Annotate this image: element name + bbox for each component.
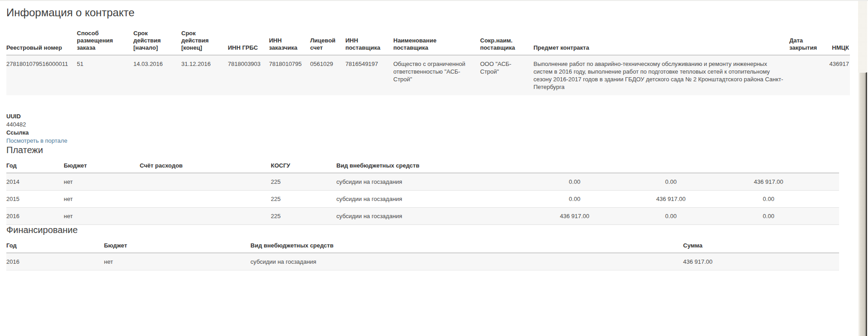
cell: субсидии на госзадания: [336, 173, 511, 191]
column-header: ИНН заказчика: [269, 29, 310, 55]
column-header: Реестровый номер: [6, 29, 77, 55]
scrollbar-thumb[interactable]: [858, 72, 867, 336]
page-content: Информация о контракте Реестровый номерС…: [0, 6, 868, 271]
cell: Выполнение работ по аварийно-техническом…: [533, 55, 789, 95]
link-label: Ссылка: [6, 129, 868, 137]
cell: 2781801079516000011: [6, 55, 77, 95]
cell: 0.00: [511, 173, 644, 191]
uuid-block: UUID 440482 Ссылка Посмотреть в портале: [6, 112, 868, 145]
cell: субсидии на госзадания: [336, 191, 511, 208]
column-header: НМЦК: [828, 29, 850, 55]
contract-table-body: 27818010795160000115114.03.201631.12.201…: [6, 55, 850, 95]
column-header: Срок действия [конец]: [181, 29, 228, 55]
payments-table: ГодБюджетСчёт расходовКОСГУВид внебюджет…: [6, 161, 839, 225]
cell: [140, 191, 271, 208]
table-row: 27818010795160000115114.03.201631.12.201…: [6, 55, 850, 95]
cell: нет: [64, 191, 140, 208]
vertical-scrollbar[interactable]: [858, 1, 867, 336]
cell: 0.00: [511, 191, 644, 208]
column-header: Бюджет: [64, 161, 140, 173]
cell: 2016: [6, 208, 64, 225]
cell: 225: [271, 208, 336, 225]
cell: 436 917.00: [703, 173, 839, 191]
column-header: ИНН поставщика: [345, 29, 393, 55]
cell: ООО "АСБ-Строй": [480, 55, 533, 95]
payments-table-body: 2014нет225субсидии на госзадания0.000.00…: [6, 173, 839, 225]
column-header: ИНН ГРБС: [228, 29, 269, 55]
cell: [789, 55, 828, 95]
cell: 7818003903: [228, 55, 269, 95]
cell: субсидии на госзадания: [336, 208, 511, 225]
cell: 51: [77, 55, 133, 95]
table-row: 2016нетсубсидии на госзадания436 917.00: [6, 253, 839, 271]
column-header: Сокр.наим. поставщика: [480, 29, 533, 55]
table-row: 2014нет225субсидии на госзадания0.000.00…: [6, 173, 839, 191]
column-header: Лицевой счет: [310, 29, 345, 55]
payments-table-header-row: ГодБюджетСчёт расходовКОСГУВид внебюджет…: [6, 161, 839, 173]
payments-section-title: Платежи: [6, 145, 868, 155]
table-row: 2016нет225субсидии на госзадания436 917.…: [6, 208, 839, 225]
column-header: [511, 161, 644, 173]
cell: 0561029: [310, 55, 345, 95]
cell: нет: [64, 208, 140, 225]
page-title: Информация о контракте: [6, 6, 868, 19]
cell: 7818010795: [269, 55, 310, 95]
column-header: Год: [6, 161, 64, 173]
contract-info-table: Реестровый номерСпособ размещения заказа…: [6, 29, 850, 95]
cell: 14.03.2016: [133, 55, 181, 95]
cell: 0.00: [703, 191, 839, 208]
financing-table-body: 2016нетсубсидии на госзадания436 917.00: [6, 253, 839, 271]
uuid-value: 440482: [6, 121, 868, 129]
column-header: Год: [6, 241, 104, 253]
cell: 0.00: [644, 208, 703, 225]
column-header: КОСГУ: [271, 161, 336, 173]
column-header: Наименование поставщика: [393, 29, 480, 55]
table-row: 2015нет225субсидии на госзадания0.00436 …: [6, 191, 839, 208]
cell: 2015: [6, 191, 64, 208]
column-header: Бюджет: [104, 241, 250, 253]
cell: 225: [271, 191, 336, 208]
column-header: Вид внебюджетных средств: [336, 161, 511, 173]
column-header: Дата закрытия: [789, 29, 828, 55]
cell: субсидии на госзадания: [250, 253, 683, 271]
cell: 436 917.00: [683, 253, 839, 271]
financing-table-header-row: ГодБюджетВид внебюджетных средствСумма: [6, 241, 839, 253]
cell: 2014: [6, 173, 64, 191]
column-header: Сумма: [683, 241, 839, 253]
cell: 31.12.2016: [181, 55, 228, 95]
cell: нет: [104, 253, 250, 271]
cell: Общество с ограниченной ответственностью…: [393, 55, 480, 95]
financing-table: ГодБюджетВид внебюджетных средствСумма 2…: [6, 241, 839, 271]
column-header: Счёт расходов: [140, 161, 271, 173]
portal-link[interactable]: Посмотреть в портале: [6, 137, 67, 144]
column-header: Способ размещения заказа: [77, 29, 133, 55]
cell: нет: [64, 173, 140, 191]
cell: 436 917.00: [511, 208, 644, 225]
column-header: [703, 161, 839, 173]
cell: 0.00: [644, 173, 703, 191]
column-header: Вид внебюджетных средств: [250, 241, 683, 253]
column-header: Срок действия [начало]: [133, 29, 181, 55]
uuid-label: UUID: [6, 112, 868, 121]
cell: [140, 173, 271, 191]
column-header: [644, 161, 703, 173]
cell: [140, 208, 271, 225]
cell: 2016: [6, 253, 104, 271]
cell: 436 917.00: [644, 191, 703, 208]
cell: 436917: [828, 55, 850, 95]
cell: 225: [271, 173, 336, 191]
contract-table-header-row: Реестровый номерСпособ размещения заказа…: [6, 29, 850, 55]
cell: 0.00: [703, 208, 839, 225]
cell: 7816549197: [345, 55, 393, 95]
financing-section-title: Финансирование: [6, 225, 868, 235]
column-header: Предмет контракта: [533, 29, 789, 55]
